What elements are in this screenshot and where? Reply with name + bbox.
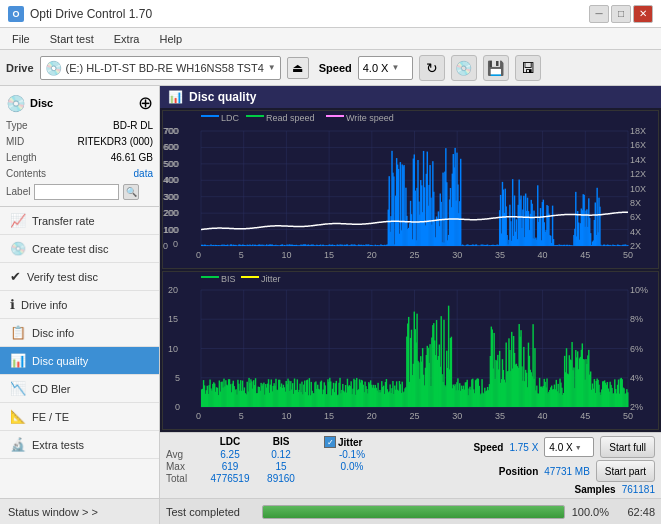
sidebar-item-disc-quality-label: Disc quality [32,355,88,367]
fe-te-icon: 📐 [10,409,26,424]
length-value: 46.61 GB [111,150,153,166]
disc-length-row: Length 46.61 GB [6,150,153,166]
sidebar-item-disc-info[interactable]: 📋 Disc info [0,319,159,347]
total-ldc: 4776519 [202,473,258,484]
content-area: 📊 Disc quality [160,86,661,524]
start-part-button[interactable]: Start part [596,460,655,482]
disc-quality-header-icon: 📊 [168,90,183,104]
sidebar-item-drive-info-label: Drive info [21,299,67,311]
disc-button[interactable]: 💿 [451,55,477,81]
progress-time: 62:48 [615,506,655,518]
menu-file[interactable]: File [4,31,38,47]
main-area: 💿 Disc ⊕ Type BD-R DL MID RITEKDR3 (000)… [0,86,661,524]
ldc-header: LDC [202,436,258,448]
disc-mid-row: MID RITEKDR3 (000) [6,134,153,150]
sidebar-item-verify-test-disc-label: Verify test disc [27,271,98,283]
bis-chart [162,271,659,430]
speed-row: Speed 1.75 X 4.0 X ▼ Start full [473,436,655,458]
sidebar-item-transfer-rate-label: Transfer rate [32,215,95,227]
total-empty [304,473,324,484]
speed-stat-select[interactable]: 4.0 X ▼ [544,437,594,457]
export-button[interactable]: 🖫 [515,55,541,81]
samples-value: 761181 [622,484,655,495]
sidebar-item-drive-info[interactable]: ℹ Drive info [0,291,159,319]
titlebar-controls[interactable]: ─ □ ✕ [589,5,653,23]
avg-row: Avg 6.25 0.12 -0.1% [166,449,467,460]
avg-bis: 0.12 [258,449,304,460]
bis-header: BIS [258,436,304,448]
drive-selector[interactable]: 💿 (E:) HL-DT-ST BD-RE WH16NS58 TST4 ▼ [40,56,281,80]
sidebar-item-extra-tests-label: Extra tests [32,439,84,451]
disc-quality-panel: 📊 Disc quality [160,86,661,432]
max-label: Max [166,461,202,472]
speed-selector[interactable]: 4.0 X ▼ [358,56,413,80]
jitter-checkbox[interactable]: ✓ [324,436,336,448]
avg-label: Avg [166,449,202,460]
sidebar-item-extra-tests[interactable]: 🔬 Extra tests [0,431,159,459]
speed-value: 4.0 X [363,62,389,74]
sidebar-item-fe-te[interactable]: 📐 FE / TE [0,403,159,431]
disc-info-icon: 📋 [10,325,26,340]
stats-header-row: LDC BIS ✓ Jitter [166,436,467,448]
speed-stat-select-value: 4.0 X [549,442,572,453]
menu-extra[interactable]: Extra [106,31,148,47]
progress-percent: 100.0% [571,506,609,518]
refresh-button[interactable]: ↻ [419,55,445,81]
type-label: Type [6,118,28,134]
sidebar-item-disc-info-label: Disc info [32,327,74,339]
disc-label-btn[interactable]: 🔍 [123,184,139,200]
max-row: Max 619 15 0.0% [166,461,467,472]
sidebar-item-disc-quality[interactable]: 📊 Disc quality [0,347,159,375]
sidebar-item-create-test-disc[interactable]: 💿 Create test disc [0,235,159,263]
disc-label-input[interactable] [34,184,119,200]
ldc-chart [162,110,659,269]
max-ldc: 619 [202,461,258,472]
save-button[interactable]: 💾 [483,55,509,81]
charts-container [160,108,661,432]
avg-empty [304,449,324,460]
progress-label: Test completed [166,506,256,518]
contents-label: Contents [6,166,46,182]
menu-help[interactable]: Help [151,31,190,47]
position-value: 47731 MB [544,466,590,477]
disc-quality-icon: 📊 [10,353,26,368]
avg-ldc: 6.25 [202,449,258,460]
menu-starttest[interactable]: Start test [42,31,102,47]
sidebar-item-create-test-disc-label: Create test disc [32,243,108,255]
disc-quality-header: 📊 Disc quality [160,86,661,108]
maximize-button[interactable]: □ [611,5,631,23]
mid-label: MID [6,134,24,150]
total-label: Total [166,473,202,484]
sidebar-item-transfer-rate[interactable]: 📈 Transfer rate [0,207,159,235]
type-value: BD-R DL [113,118,153,134]
drive-label: Drive [6,62,34,74]
disc-label-row: Label 🔍 [6,184,153,200]
transfer-rate-icon: 📈 [10,213,26,228]
sidebar: 💿 Disc ⊕ Type BD-R DL MID RITEKDR3 (000)… [0,86,160,524]
eject-button[interactable]: ⏏ [287,57,309,79]
create-test-disc-icon: 💿 [10,241,26,256]
minimize-button[interactable]: ─ [589,5,609,23]
status-window-button[interactable]: Status window > > [0,498,159,524]
disc-expand-icon[interactable]: ⊕ [138,92,153,114]
jitter-header-cell: ✓ Jitter [324,436,380,448]
sidebar-menu: 📈 Transfer rate 💿 Create test disc ✔ Ver… [0,207,159,498]
bis-canvas [163,272,658,429]
titlebar: O Opti Drive Control 1.70 ─ □ ✕ [0,0,661,28]
disc-section-icon: 💿 [6,94,26,113]
disc-type-row: Type BD-R DL [6,118,153,134]
jitter-header: Jitter [338,437,362,448]
samples-row: Samples 761181 [574,484,655,495]
samples-label: Samples [574,484,615,495]
menubar: File Start test Extra Help [0,28,661,50]
disc-header: 💿 Disc ⊕ [6,92,153,114]
stats-right: Speed 1.75 X 4.0 X ▼ Start full Position… [473,436,655,495]
close-button[interactable]: ✕ [633,5,653,23]
sidebar-item-verify-test-disc[interactable]: ✔ Verify test disc [0,263,159,291]
position-row: Position 47731 MB Start part [499,460,655,482]
sidebar-item-fe-te-label: FE / TE [32,411,69,423]
start-full-button[interactable]: Start full [600,436,655,458]
sidebar-item-cd-bler[interactable]: 📉 CD Bler [0,375,159,403]
disc-section-title: Disc [30,97,53,109]
speed-stat-label: Speed [473,442,503,453]
